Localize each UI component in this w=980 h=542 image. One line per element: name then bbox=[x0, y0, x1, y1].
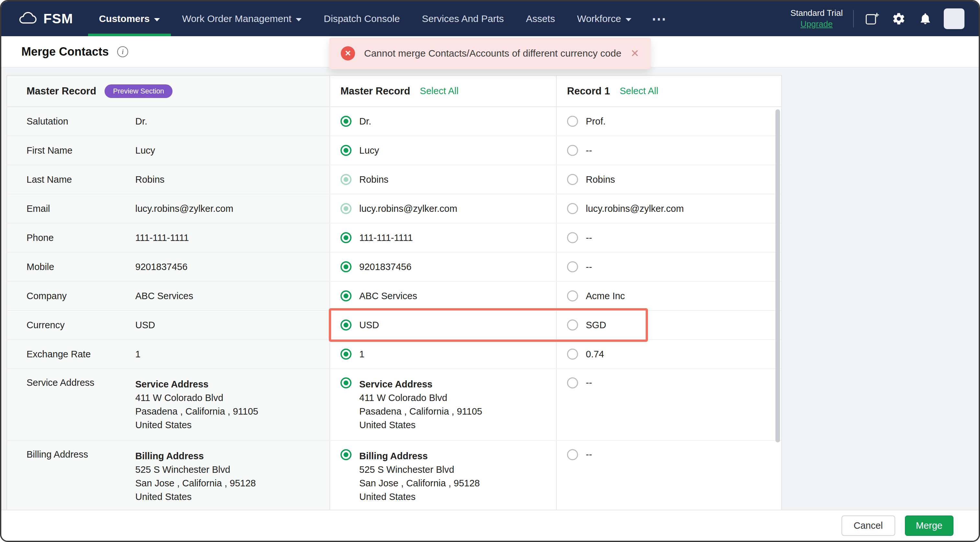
error-toast: ✕ Cannot merge Contacts/Accounts of diff… bbox=[329, 38, 651, 69]
record1-cell: Robins bbox=[557, 165, 781, 194]
record1-cell: -- bbox=[557, 441, 781, 510]
preview-value: 9201837456 bbox=[135, 261, 188, 272]
master-cell: 1 bbox=[330, 340, 557, 368]
master-select-all-link[interactable]: Select All bbox=[420, 86, 458, 97]
compose-icon bbox=[865, 12, 879, 25]
field-label: Company bbox=[7, 282, 135, 310]
master-radio-selected[interactable] bbox=[340, 145, 352, 156]
preview-address-line: Service Address bbox=[135, 377, 258, 391]
preview-address-line: 525 S Winchester Blvd bbox=[135, 463, 256, 476]
table-row-first-name: First NameLucyLucy-- bbox=[7, 136, 781, 165]
settings-button[interactable] bbox=[891, 11, 907, 27]
trial-plan: Standard Trial Upgrade bbox=[790, 8, 843, 30]
master-address-line: 411 W Colorado Blvd bbox=[359, 391, 482, 404]
record1-radio-unselected[interactable] bbox=[567, 261, 578, 272]
preview-cell: Dr. bbox=[135, 107, 330, 135]
record1-radio-unselected[interactable] bbox=[567, 174, 578, 185]
record1-cell: -- bbox=[557, 136, 781, 165]
master-value: Billing Address525 S Winchester BlvdSan … bbox=[359, 449, 480, 504]
preview-address-line: 411 W Colorado Blvd bbox=[135, 391, 258, 404]
preview-cell: ABC Services bbox=[135, 282, 330, 310]
record1-value: SGD bbox=[586, 320, 606, 331]
table-row-mobile: Mobile92018374569201837456-- bbox=[7, 253, 781, 282]
nav-items: CustomersWork Order ManagementDispatch C… bbox=[88, 1, 676, 36]
master-radio-selected[interactable] bbox=[340, 203, 352, 214]
record1-radio-unselected[interactable] bbox=[567, 145, 578, 156]
nav-item-dispatch-console[interactable]: Dispatch Console bbox=[313, 1, 411, 36]
master-value: Service Address411 W Colorado BlvdPasade… bbox=[359, 377, 482, 432]
nav-item-customers[interactable]: Customers bbox=[88, 1, 171, 36]
master-cell: USD bbox=[330, 311, 557, 339]
master-value: Robins bbox=[359, 174, 388, 185]
nav-item-workforce[interactable]: Workforce bbox=[566, 1, 643, 36]
record1-radio-unselected[interactable] bbox=[567, 232, 578, 243]
master-value: ABC Services bbox=[359, 291, 417, 301]
toast-close-icon[interactable]: ✕ bbox=[630, 47, 639, 60]
nav-item-label: Customers bbox=[99, 13, 150, 24]
field-label: Currency bbox=[7, 311, 135, 339]
master-cell: 9201837456 bbox=[330, 253, 557, 281]
preview-address-line: Pasadena , California , 91105 bbox=[135, 404, 258, 418]
preview-address-line: San Jose , California , 95128 bbox=[135, 476, 256, 490]
master-radio-selected[interactable] bbox=[340, 449, 352, 460]
nav-item-work-order-management[interactable]: Work Order Management bbox=[171, 1, 313, 36]
record1-radio-unselected[interactable] bbox=[567, 377, 578, 388]
table-row-email: Emaillucy.robins@zylker.comlucy.robins@z… bbox=[7, 194, 781, 223]
field-label: Salutation bbox=[7, 107, 135, 135]
navbar-divider bbox=[853, 10, 854, 27]
merge-button[interactable]: Merge bbox=[905, 515, 953, 536]
preview-cell: 111-111-1111 bbox=[135, 223, 330, 252]
record1-value: 0.74 bbox=[586, 349, 604, 360]
nav-item-label: Services And Parts bbox=[422, 13, 504, 24]
nav-more-button[interactable]: ⋯ bbox=[643, 1, 676, 36]
master-radio-selected[interactable] bbox=[340, 232, 352, 243]
preview-value: Lucy bbox=[135, 145, 155, 156]
nav-item-services-and-parts[interactable]: Services And Parts bbox=[411, 1, 515, 36]
preview-section-badge: Preview Section bbox=[105, 84, 172, 98]
info-icon[interactable]: i bbox=[117, 46, 128, 57]
record1-radio-unselected[interactable] bbox=[567, 320, 578, 331]
record1-value: Prof. bbox=[586, 116, 606, 127]
master-radio-selected[interactable] bbox=[340, 116, 352, 127]
preview-cell: Lucy bbox=[135, 136, 330, 165]
preview-value: lucy.robins@zylker.com bbox=[135, 203, 233, 214]
feedback-button[interactable] bbox=[864, 11, 880, 27]
user-avatar[interactable] bbox=[944, 8, 964, 29]
notifications-button[interactable] bbox=[917, 11, 933, 27]
master-radio-selected[interactable] bbox=[340, 261, 352, 272]
cancel-button[interactable]: Cancel bbox=[842, 515, 895, 536]
table-row-service-address: Service AddressService Address411 W Colo… bbox=[7, 369, 781, 441]
vertical-scrollbar[interactable] bbox=[775, 109, 780, 442]
record1-cell: Prof. bbox=[557, 107, 781, 135]
master-radio-selected[interactable] bbox=[340, 290, 352, 301]
record1-value: lucy.robins@zylker.com bbox=[586, 203, 684, 214]
error-message: Cannot merge Contacts/Accounts of differ… bbox=[364, 48, 621, 59]
record1-radio-unselected[interactable] bbox=[567, 290, 578, 301]
table-row-company: CompanyABC ServicesABC ServicesAcme Inc bbox=[7, 282, 781, 311]
upgrade-link[interactable]: Upgrade bbox=[790, 19, 843, 30]
field-label: Billing Address bbox=[7, 441, 135, 510]
nav-item-assets[interactable]: Assets bbox=[515, 1, 566, 36]
master-radio-selected[interactable] bbox=[340, 349, 352, 360]
table-row-exchange-rate: Exchange Rate110.74 bbox=[7, 340, 781, 369]
master-cell: lucy.robins@zylker.com bbox=[330, 194, 557, 223]
preview-cell: USD bbox=[135, 311, 330, 339]
nav-item-label: Work Order Management bbox=[182, 13, 291, 24]
record1-radio-unselected[interactable] bbox=[567, 449, 578, 460]
record1-radio-unselected[interactable] bbox=[567, 203, 578, 214]
master-radio-selected[interactable] bbox=[340, 320, 352, 331]
record1-column-title: Record 1 bbox=[567, 86, 610, 97]
field-label: Service Address bbox=[7, 369, 135, 440]
preview-value: 1 bbox=[135, 349, 140, 360]
master-radio-selected[interactable] bbox=[340, 377, 352, 388]
record1-select-all-link[interactable]: Select All bbox=[620, 86, 658, 97]
master-radio-selected[interactable] bbox=[340, 174, 352, 185]
record1-radio-unselected[interactable] bbox=[567, 116, 578, 127]
footer-bar: Cancel Merge bbox=[1, 510, 979, 541]
nav-item-label: Assets bbox=[526, 13, 555, 24]
preview-address-line: Billing Address bbox=[135, 449, 256, 463]
master-cell: Service Address411 W Colorado BlvdPasade… bbox=[330, 369, 557, 440]
preview-cell: lucy.robins@zylker.com bbox=[135, 194, 330, 223]
record1-radio-unselected[interactable] bbox=[567, 349, 578, 360]
preview-value: Billing Address525 S Winchester BlvdSan … bbox=[135, 449, 256, 504]
